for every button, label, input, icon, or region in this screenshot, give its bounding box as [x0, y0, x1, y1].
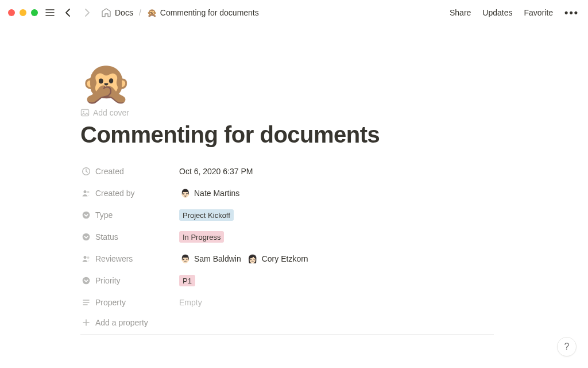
sidebar-toggle-button[interactable] [44, 6, 56, 19]
plus-icon [82, 318, 91, 327]
property-text: Oct 6, 2020 6:37 PM [179, 167, 253, 176]
topbar: Docs / 🙊 Commenting for documents Share … [0, 0, 588, 25]
window-close-button[interactable] [8, 9, 15, 16]
topbar-actions: Share Updates Favorite ••• [448, 6, 580, 19]
favorite-button[interactable]: Favorite [523, 7, 555, 18]
property-label[interactable]: Property [80, 296, 178, 309]
select-icon [82, 276, 91, 285]
nav-forward-button[interactable] [80, 6, 93, 19]
property-label-text: Reviewers [95, 254, 133, 263]
add-cover-label: Add cover [93, 108, 129, 117]
property-row: CreatedOct 6, 2020 6:37 PM [80, 160, 494, 182]
property-label-text: Type [95, 210, 113, 220]
help-button[interactable]: ? [557, 337, 577, 356]
people-icon [82, 254, 91, 263]
person: 👨🏻Nate Martins [179, 187, 239, 199]
person-name: Cory Etzkorn [262, 254, 308, 263]
property-label[interactable]: Type [80, 208, 178, 222]
avatar: 👨🏻 [179, 187, 191, 199]
add-property-label: Add a property [95, 318, 148, 327]
page-body: 🙊 Add cover Commenting for documents Cre… [0, 25, 588, 335]
page-content: 🙊 Add cover Commenting for documents Cre… [80, 62, 494, 335]
person: 👨🏻Sam Baldwin [179, 253, 241, 264]
clock-icon [82, 167, 91, 176]
breadcrumb-current[interactable]: 🙊 Commenting for documents [145, 7, 261, 18]
text-icon [82, 298, 91, 307]
property-value[interactable]: Oct 6, 2020 6:37 PM [178, 164, 494, 178]
properties-list: CreatedOct 6, 2020 6:37 PMCreated by👨🏻Na… [80, 160, 494, 313]
property-label-text: Priority [95, 276, 121, 285]
person-name: Nate Martins [194, 189, 239, 198]
property-label[interactable]: Status [80, 230, 178, 244]
property-row: Created by👨🏻Nate Martins [80, 182, 494, 204]
property-label-text: Created by [95, 189, 134, 198]
property-value[interactable]: Empty [178, 296, 494, 309]
breadcrumb-parent-label: Docs [115, 8, 133, 17]
window-minimize-button[interactable] [20, 9, 26, 16]
property-row: StatusIn Progress [80, 226, 494, 248]
property-label[interactable]: Created by [80, 186, 178, 200]
property-label-text: Property [95, 298, 126, 307]
breadcrumb-current-label: Commenting for documents [160, 8, 259, 17]
window-controls [8, 9, 38, 16]
property-value[interactable]: 👨🏻Nate Martins [178, 185, 494, 201]
breadcrumb-emoji: 🙊 [147, 8, 157, 17]
property-row: Reviewers👨🏻Sam Baldwin👩🏻Cory Etzkorn [80, 248, 494, 270]
avatar: 👨🏻 [179, 253, 191, 264]
tag: P1 [179, 275, 195, 286]
person: 👩🏻Cory Etzkorn [247, 253, 308, 264]
image-icon [80, 108, 90, 117]
person-name: Sam Baldwin [194, 254, 241, 263]
property-empty-text: Empty [179, 298, 202, 307]
people-icon [82, 189, 91, 198]
add-cover-button[interactable]: Add cover [80, 108, 494, 117]
property-value[interactable]: In Progress [178, 229, 494, 245]
breadcrumb-separator: / [139, 8, 141, 17]
updates-button[interactable]: Updates [481, 7, 513, 18]
property-label[interactable]: Priority [80, 274, 178, 288]
property-row: PriorityP1 [80, 270, 494, 292]
property-row: TypeProject Kickoff [80, 204, 494, 226]
divider [80, 334, 494, 335]
page-icon[interactable]: 🙊 [80, 62, 132, 103]
tag: Project Kickoff [179, 209, 234, 221]
property-label[interactable]: Created [80, 164, 178, 178]
workspace-icon [101, 7, 111, 18]
breadcrumb-workspace[interactable]: Docs [99, 6, 136, 19]
property-value[interactable]: 👨🏻Sam Baldwin👩🏻Cory Etzkorn [178, 251, 494, 267]
share-button[interactable]: Share [448, 7, 472, 18]
select-icon [82, 210, 91, 220]
property-row: PropertyEmpty [80, 292, 494, 313]
window-zoom-button[interactable] [31, 9, 38, 16]
avatar: 👩🏻 [247, 253, 258, 264]
property-label-text: Status [95, 232, 118, 241]
select-icon [82, 232, 91, 241]
nav-back-button[interactable] [62, 6, 75, 19]
more-options-button[interactable]: ••• [563, 6, 580, 19]
property-value[interactable]: Project Kickoff [178, 207, 494, 223]
add-property-button[interactable]: Add a property [80, 313, 494, 332]
property-label-text: Created [95, 167, 124, 176]
property-label[interactable]: Reviewers [80, 252, 178, 266]
page-title[interactable]: Commenting for documents [80, 122, 494, 148]
property-value[interactable]: P1 [178, 273, 494, 289]
tag: In Progress [179, 231, 224, 243]
breadcrumb: Docs / 🙊 Commenting for documents [99, 6, 261, 19]
